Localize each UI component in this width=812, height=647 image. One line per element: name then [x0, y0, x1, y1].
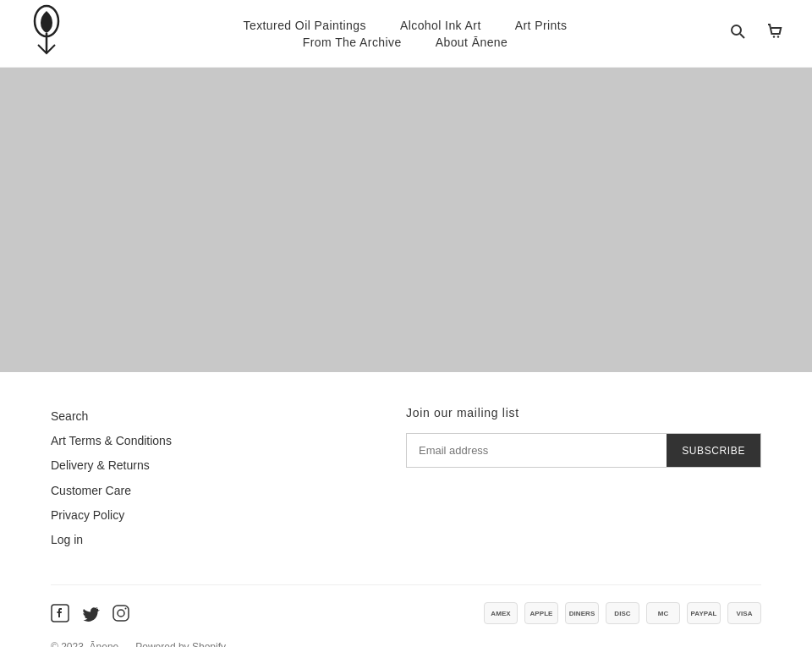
instagram-icon[interactable]: [112, 604, 130, 622]
amex-icon: AMEX: [484, 602, 518, 624]
hero-area: [0, 68, 812, 372]
svg-line-2: [740, 34, 744, 38]
footer-link-login[interactable]: Log in: [51, 529, 172, 551]
twitter-icon[interactable]: [81, 604, 100, 622]
search-icon: [729, 23, 746, 40]
nav-from-archive[interactable]: From The Archive: [303, 36, 402, 49]
copyright-text: © 2023, Ānene: [51, 641, 118, 647]
footer-link-privacy[interactable]: Privacy Policy: [51, 505, 172, 526]
logo[interactable]: [25, 4, 85, 63]
social-icons: [51, 604, 130, 622]
email-input[interactable]: [407, 434, 667, 467]
svg-point-4: [777, 36, 779, 37]
footer-top: Search Art Terms & Conditions Delivery &…: [51, 406, 761, 551]
nav-art-prints[interactable]: Art Prints: [515, 19, 568, 32]
payment-icons: AMEX APPLE DINERS DISC MC PAYPAL VISA: [484, 602, 761, 624]
search-button[interactable]: [726, 19, 749, 47]
subscribe-button[interactable]: SUBSCRIBE: [667, 434, 760, 467]
footer-link-delivery[interactable]: Delivery & Returns: [51, 455, 172, 476]
site-footer: Search Art Terms & Conditions Delivery &…: [0, 372, 812, 647]
facebook-icon[interactable]: [51, 604, 69, 622]
cart-button[interactable]: [763, 19, 787, 47]
mailing-title: Join our mailing list: [406, 406, 761, 419]
header-icons: [726, 19, 787, 47]
nav-row-2: From The Archive About Ānene: [303, 36, 508, 49]
nav-alcohol-ink[interactable]: Alcohol Ink Art: [400, 19, 481, 32]
svg-point-3: [773, 36, 775, 37]
footer-links: Search Art Terms & Conditions Delivery &…: [51, 406, 172, 551]
diners-icon: DINERS: [565, 602, 599, 624]
nav-row-1: Textured Oil Paintings Alcohol Ink Art A…: [244, 19, 568, 32]
footer-link-search[interactable]: Search: [51, 406, 172, 427]
mailing-form: SUBSCRIBE: [406, 433, 761, 468]
footer-bottom: AMEX APPLE DINERS DISC MC PAYPAL VISA: [51, 584, 761, 624]
footer-link-terms[interactable]: Art Terms & Conditions: [51, 430, 172, 452]
main-nav: Textured Oil Paintings Alcohol Ink Art A…: [85, 19, 726, 49]
footer-link-care[interactable]: Customer Care: [51, 480, 172, 502]
footer-copyright: © 2023, Ānene Powered by Shopify: [51, 641, 761, 647]
applepay-icon: APPLE: [524, 602, 558, 624]
svg-rect-6: [113, 606, 129, 621]
paypal-icon: PAYPAL: [687, 602, 721, 624]
nav-about-anene[interactable]: About Ānene: [436, 36, 508, 49]
mailing-section: Join our mailing list SUBSCRIBE: [406, 406, 761, 468]
svg-point-8: [125, 608, 127, 610]
visa-icon: VISA: [727, 602, 761, 624]
discover-icon: DISC: [606, 602, 639, 624]
cart-icon: [766, 23, 783, 40]
svg-point-1: [732, 25, 741, 35]
svg-point-7: [118, 610, 124, 617]
mastercard-icon: MC: [646, 602, 680, 624]
nav-textured-oil[interactable]: Textured Oil Paintings: [244, 19, 366, 32]
powered-by-shopify[interactable]: Powered by Shopify: [135, 641, 226, 647]
site-header: Textured Oil Paintings Alcohol Ink Art A…: [0, 0, 812, 68]
